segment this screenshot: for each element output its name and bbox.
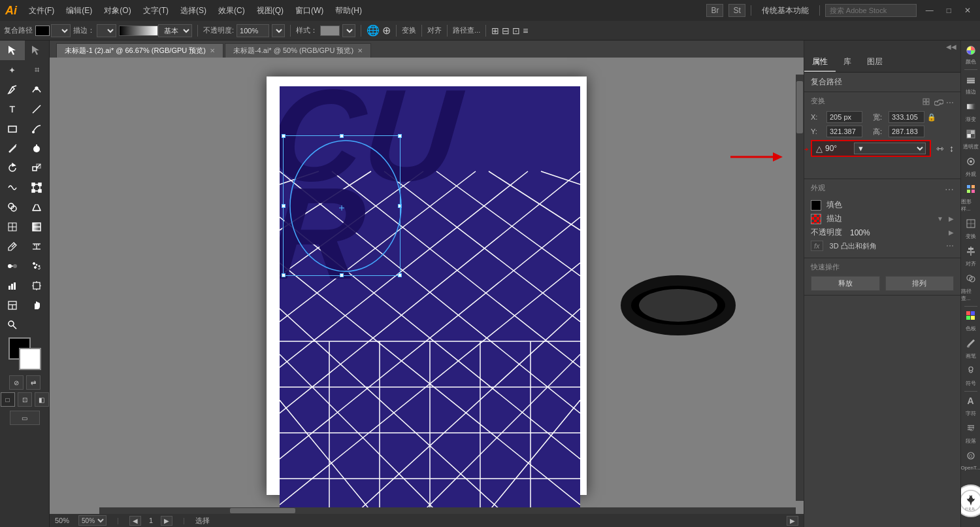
transform-more[interactable]: ⋯ [946,98,954,107]
more-icon[interactable]: ≡ [523,26,528,36]
fill-swatch[interactable] [35,26,50,36]
constrain-icon[interactable]: 🔒 [927,113,936,122]
transform-link-icon[interactable] [934,98,943,107]
line-tool[interactable] [25,99,50,119]
stroke-panel-item[interactable]: 描边 [961,72,980,97]
zoom-tool[interactable] [0,315,24,335]
free-transform-tool[interactable] [25,178,50,197]
scale-tool[interactable] [25,158,50,178]
gradient-tool[interactable] [25,217,50,237]
panel-tab-properties[interactable]: 属性 [804,53,836,72]
fill-select[interactable]: ▼ [51,24,71,37]
arrange-icon1[interactable]: ⊞ [491,26,499,36]
pen-tool[interactable] [0,80,25,99]
pencil-tool[interactable] [0,139,25,158]
arrange-icon2[interactable]: ⊟ [502,26,510,36]
menu-file[interactable]: 文件(F) [24,3,59,19]
horizontal-scrollbar[interactable] [99,507,796,514]
opacity-input[interactable] [237,24,269,37]
flip-v-icon[interactable]: ↕ [949,143,954,154]
tab-2[interactable]: 未标题-4.ai* @ 50% (RGB/GPU 预览) ✕ [225,43,371,58]
measure-tool[interactable] [25,237,50,256]
menu-object[interactable]: 对象(O) [99,3,136,19]
blend-tool[interactable] [0,256,25,276]
arrange-icon3[interactable]: ⊡ [512,26,520,36]
menu-window[interactable]: 窗口(W) [290,3,329,19]
angle-dropdown[interactable]: ▼ [854,143,926,154]
style-select[interactable]: ▼ [342,24,355,37]
draw-mode-behind[interactable]: ◧ [35,392,49,407]
menu-select[interactable]: 选择(S) [175,3,212,19]
swatches-panel-item[interactable]: 色板 [961,309,980,334]
symbol-panel-item[interactable]: 符号 [961,364,980,389]
transform-grid-icon[interactable] [923,98,932,107]
arrange-btn[interactable]: 排列 [885,276,955,291]
swap-colors-btn[interactable]: ⇄ [26,375,41,390]
stroke-select[interactable]: ▼ [97,24,116,37]
fill-color-swatch[interactable] [811,200,821,211]
color-swatches[interactable] [8,337,41,370]
symbol-sprayer-tool[interactable] [25,256,50,276]
y-input[interactable] [826,126,862,137]
h-scrollbar-thumb[interactable] [230,508,295,513]
next-page-btn[interactable]: ▶ [161,516,172,526]
brush-panel-item[interactable]: 画笔 [961,336,980,362]
mesh-tool[interactable] [0,217,25,237]
rect-tool[interactable] [0,119,25,139]
fx-more[interactable]: ⋯ [946,241,954,250]
pathfinder-panel-item[interactable]: 路径查... [961,271,980,304]
panel-tab-layers[interactable]: 图层 [859,53,890,72]
align-label[interactable]: 对齐 [427,26,442,35]
slice-tool[interactable] [0,296,25,315]
stroke-type-select[interactable]: 基本 [158,24,192,37]
transform-panel-item[interactable]: 变换 [961,216,980,242]
lasso-tool[interactable]: ⌗ [25,60,50,80]
bridge-button[interactable]: Br [706,4,723,17]
close-button[interactable]: ✕ [960,5,975,16]
gradient-panel-item[interactable]: 渐变 [961,99,980,125]
color-panel-item[interactable]: 颜色 [961,43,980,67]
x-input[interactable] [826,111,862,123]
appearance-more[interactable]: ⋯ [945,184,954,195]
background-color[interactable] [19,348,41,370]
align-panel-item[interactable]: 对齐 [961,244,980,269]
text-tool[interactable]: T [0,99,25,119]
eyedropper-tool[interactable] [0,237,25,256]
globe-icon[interactable]: 🌐 [367,24,380,37]
tab-2-close[interactable]: ✕ [357,47,363,54]
artboard-tool[interactable] [25,276,50,296]
vertical-scrollbar[interactable] [796,75,804,501]
blob-brush-tool[interactable] [25,139,50,158]
column-graph-tool[interactable] [0,276,25,296]
perspective-tool[interactable] [25,197,50,217]
draw-mode-inside[interactable]: ⊡ [18,392,32,407]
target-icon[interactable]: ⊕ [382,24,391,37]
transform-label[interactable]: 变换 [402,26,416,35]
transparency-panel-item[interactable]: 透明度 [961,127,980,152]
stock-button[interactable]: St [728,4,745,17]
menu-edit[interactable]: 编辑(E) [61,3,97,19]
angle-input[interactable] [825,144,851,153]
stroke-more-btn[interactable]: ▼ [937,215,943,222]
tab-1-close[interactable]: ✕ [210,47,215,54]
appearance-panel-item[interactable]: 外观 [961,154,980,180]
hand-tool[interactable] [25,296,50,315]
tab-1[interactable]: 未标题-1 (2).ai* @ 66.67% (RGB/GPU 预览) ✕ [56,43,223,58]
release-btn[interactable]: 释放 [811,276,880,291]
w-input[interactable] [889,111,924,123]
selection-tool[interactable] [0,41,25,60]
graphic-style-panel-item[interactable]: 图形样... [961,182,980,214]
paragraph-panel-item[interactable]: 段落 [961,421,980,447]
warp-tool[interactable] [0,178,25,197]
shape-builder-tool[interactable] [0,197,25,217]
fill-none-btn[interactable]: ⊘ [9,375,24,390]
stroke-expand[interactable]: ▶ [949,215,954,222]
play-btn[interactable]: ▶ [787,516,798,526]
pathfinder-label[interactable]: 路径查... [453,26,480,35]
draw-mode-normal[interactable]: □ [1,392,15,407]
minimize-button[interactable]: — [922,5,938,16]
style-swatch[interactable] [320,26,340,36]
character-panel-item[interactable]: A 字符 [961,394,980,419]
h-input[interactable] [889,126,924,137]
curvature-tool[interactable] [25,80,50,99]
